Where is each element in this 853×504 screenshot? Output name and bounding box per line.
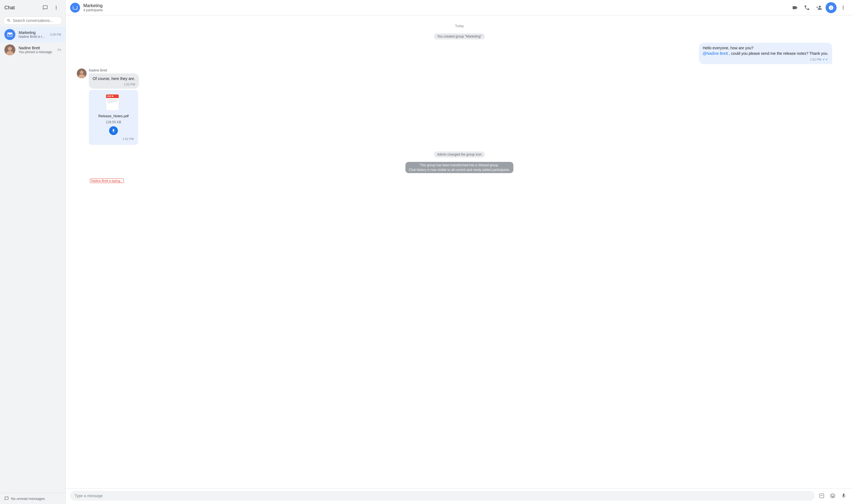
emoji-button[interactable]: [828, 491, 838, 501]
conv-name-nadine: Nadine Brett: [19, 46, 54, 50]
microphone-button[interactable]: [839, 491, 849, 501]
system-shared-bubble: This group has been transformed into a S…: [405, 162, 513, 174]
incoming-msg-row: Nadine Brett Of course, here they are. 1…: [77, 69, 842, 145]
conv-name-marketing: Marketing: [19, 31, 47, 35]
conv-info-nadine: Nadine Brett You pinned a message: [19, 46, 54, 54]
conv-avatar-marketing: [4, 29, 15, 40]
conv-item-nadine[interactable]: Nadine Brett You pinned a message Fri: [0, 42, 66, 57]
conv-preview-marketing: Nadine Brett is typing...: [19, 35, 47, 39]
add-people-button[interactable]: [814, 2, 824, 13]
search-input[interactable]: [13, 18, 59, 23]
input-area: [66, 488, 853, 504]
outgoing-msg-area: Hello everyone, how are you? @Nadine Bre…: [699, 43, 832, 64]
outgoing-msg-text: Hello everyone, how are you? @Nadine Bre…: [703, 46, 828, 56]
outgoing-bubble: Hello everyone, how are you? @Nadine Bre…: [699, 43, 832, 64]
sidebar-title: Chat: [4, 5, 15, 11]
more-options-button[interactable]: [838, 2, 849, 13]
main-chat: Marketing 4 participants: [66, 0, 853, 504]
outgoing-msg-time: 1:52 PM ✓✓: [703, 57, 828, 61]
incoming-msg-time: 1:52 PM: [93, 83, 135, 86]
message-icon: [4, 496, 9, 501]
chat-header: Marketing 4 participants: [66, 0, 853, 15]
typing-indicator: Nadine Brett is typing...: [90, 179, 124, 183]
conversation-list: Marketing Nadine Brett is typing... 3:28…: [0, 27, 66, 493]
footer-text: No unread messages: [11, 497, 45, 501]
conv-info-marketing: Marketing Nadine Brett is typing...: [19, 31, 47, 39]
message-input[interactable]: [70, 491, 815, 501]
chat-header-name: Marketing: [83, 3, 789, 8]
system-shared-group-msg: This group has been transformed into a S…: [77, 162, 842, 174]
info-button[interactable]: [825, 2, 837, 13]
typing-row: Nadine Brett is typing...: [90, 178, 842, 183]
more-button[interactable]: [51, 3, 61, 13]
outgoing-msg-row: Hello everyone, how are you? @Nadine Bre…: [77, 43, 842, 64]
file-type-label: PDF ▶: [106, 94, 119, 98]
conv-item-marketing[interactable]: Marketing Nadine Brett is typing... 3:28…: [0, 27, 66, 42]
incoming-msg-sender: Nadine Brett: [89, 69, 107, 72]
search-bar: [3, 16, 62, 25]
sidebar: Chat Marketing Nadine Brett is typing...: [0, 0, 66, 504]
file-name: Release_Notes.pdf: [99, 114, 129, 118]
new-chat-button[interactable]: [40, 3, 50, 13]
date-divider: Today: [77, 24, 842, 28]
incoming-msg-text: Of course, here they are.: [93, 76, 135, 82]
chat-header-actions: [789, 2, 849, 13]
svg-point-4: [80, 71, 83, 74]
sidebar-footer: No unread messages: [0, 493, 66, 504]
file-size: 129.55 KB: [106, 120, 121, 124]
system-icon-bubble: Admin changed the group icon: [434, 151, 485, 158]
phone-call-button[interactable]: [801, 2, 813, 13]
chat-header-avatar: [70, 3, 80, 13]
conv-avatar-nadine: [4, 44, 15, 55]
sidebar-header-icons: [40, 3, 61, 13]
download-button[interactable]: [109, 126, 118, 135]
file-icon: PDF ▶: [106, 94, 121, 112]
conv-time-marketing: 3:28 PM: [50, 33, 61, 36]
messages-area: Today You created group "Marketing" Hell…: [66, 15, 853, 488]
svg-point-1: [8, 47, 12, 51]
search-icon: [7, 18, 11, 23]
file-attachment[interactable]: PDF ▶ Release_Notes.pdf 129: [89, 90, 138, 145]
sidebar-header: Chat: [0, 0, 66, 15]
system-created-msg: You created group "Marketing": [77, 33, 842, 39]
mention-nadine: @Nadine Brett: [703, 51, 728, 56]
chat-header-info: Marketing 4 participants: [83, 3, 789, 12]
msg-avatar-nadine: [77, 69, 87, 78]
input-icons: [817, 491, 849, 501]
video-call-button[interactable]: [789, 2, 800, 13]
attach-file-button[interactable]: [817, 491, 827, 501]
svg-rect-6: [820, 494, 824, 498]
chat-header-sub: 4 participants: [83, 8, 789, 12]
file-time: 1:52 PM: [123, 137, 134, 141]
conv-time-nadine: Fri: [57, 48, 61, 52]
read-ticks: ✓✓: [822, 57, 828, 61]
incoming-bubble: Of course, here they are. 1:52 PM: [89, 73, 139, 89]
incoming-msg-area: Nadine Brett Of course, here they are. 1…: [89, 69, 139, 145]
system-created-bubble: You created group "Marketing": [434, 33, 485, 39]
conv-preview-nadine: You pinned a message: [19, 50, 54, 54]
system-icon-changed-msg: Admin changed the group icon: [77, 151, 842, 158]
